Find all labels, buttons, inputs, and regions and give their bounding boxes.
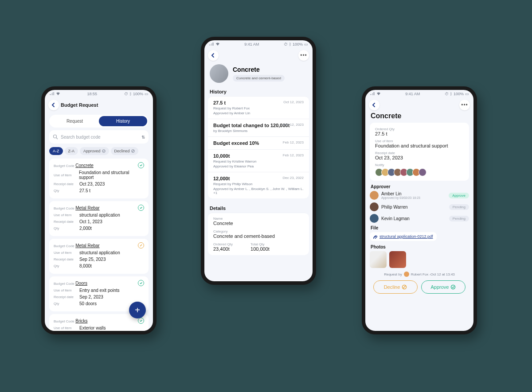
- battery-icon: ▭: [304, 42, 308, 47]
- more-button[interactable]: •••: [298, 50, 309, 61]
- status-bar: ₊ıll 9:41 AM ⏱ᛒ100%▭: [204, 40, 313, 48]
- status-icon: [138, 242, 144, 248]
- qty-label: Qty: [54, 226, 79, 230]
- info-card: Ordered Qty 27.5 t Use of item Foundatio…: [370, 123, 469, 181]
- svg-line-5: [140, 245, 142, 246]
- use-label: Use of item: [375, 139, 464, 143]
- approver-row: Amber Lin Approved by 03/02/23 18:23 App…: [370, 191, 469, 200]
- material-category-chip: Concrete and cement-based: [233, 75, 285, 82]
- filter-icon[interactable]: ⇅: [141, 135, 145, 140]
- history-sub: Approved by Amber L. , Brooklyn S. , Joh…: [213, 187, 304, 195]
- approver-badge: Pending: [449, 204, 469, 210]
- approver-name: Kevin Lagman: [381, 216, 446, 221]
- wifi-icon: [56, 92, 60, 96]
- history-item[interactable]: 12,000tRequest by Philip WilsonApproved …: [208, 172, 309, 198]
- photo-thumbnail[interactable]: [370, 251, 387, 268]
- file-attachment[interactable]: structural application-0212.pdf: [370, 232, 437, 241]
- svg-line-4: [132, 150, 134, 152]
- use-label: Use of item: [54, 173, 79, 177]
- ordered-qty-label: Ordered Qty: [375, 127, 464, 131]
- attachment-icon: [373, 234, 378, 239]
- chip-declined[interactable]: Declined: [111, 147, 138, 155]
- history-date: Feb 12, 2023: [283, 123, 304, 127]
- photos: [370, 251, 469, 268]
- history-date: Feb 12, 2023: [283, 153, 304, 157]
- budget-code-value[interactable]: Metal Rebar: [75, 206, 99, 210]
- more-button[interactable]: •••: [459, 100, 470, 110]
- details-section-title: Details: [204, 204, 313, 213]
- use-label: Use of item: [54, 326, 79, 330]
- approve-button[interactable]: Approve: [421, 280, 466, 294]
- history-sub: Request by Robert Fox: [213, 106, 304, 110]
- budget-item[interactable]: Budget Code Metal Rebar Use of itemstruc…: [49, 201, 149, 236]
- ordered-qty-value: 27.5 t: [375, 131, 464, 136]
- action-buttons: Decline Approve: [370, 280, 469, 294]
- category-value: Concrete and cement-based: [213, 233, 304, 239]
- battery-icon: ▭: [465, 92, 469, 96]
- name-label: Name: [213, 217, 304, 221]
- history-item[interactable]: Budget total changed to 120,000tby Brook…: [208, 119, 309, 136]
- file-section-title: File: [371, 225, 468, 230]
- budget-code-value[interactable]: Doors: [75, 281, 87, 286]
- budget-code-value[interactable]: Bricks: [75, 318, 87, 323]
- requester-avatar: [404, 272, 409, 277]
- approver-meta: Approved by 03/02/23 18:23: [381, 196, 446, 199]
- receipt-label: Receipt date: [54, 182, 79, 186]
- back-button[interactable]: [369, 100, 379, 110]
- chip-za[interactable]: Z-A: [65, 147, 78, 155]
- battery-label: 100%: [293, 42, 303, 47]
- budget-code-label: Budget Code: [54, 282, 74, 286]
- approver-name: Amber Lin: [381, 191, 446, 196]
- tab-request[interactable]: Request: [51, 116, 99, 126]
- budget-code-label: Budget Code: [54, 164, 74, 168]
- history-item[interactable]: Budget exceed 10%Feb 12, 2023: [208, 136, 309, 149]
- receipt-label: Receipt date: [54, 333, 79, 334]
- use-value: Foundation and structural support: [79, 170, 144, 180]
- svg-line-1: [56, 138, 58, 139]
- top-bar: •••: [204, 48, 313, 62]
- budget-code-value[interactable]: Metal Rebar: [75, 243, 99, 248]
- status-icon: [138, 205, 144, 211]
- history-sub: Approved by Eleanor Pea: [213, 164, 304, 168]
- wifi-icon: [215, 43, 220, 46]
- photo-thumbnail[interactable]: [389, 251, 406, 268]
- bluetooth-icon: ᛒ: [450, 92, 452, 96]
- search-input[interactable]: Search budget code ⇅: [49, 130, 149, 144]
- use-value: structural application: [79, 213, 120, 217]
- material-thumbnail: [210, 64, 228, 83]
- decline-button[interactable]: Decline: [373, 280, 418, 294]
- use-value: structural application: [79, 250, 120, 255]
- budget-code-value[interactable]: Concrete: [75, 163, 94, 168]
- history-sub: by Brooklyn Simmons: [213, 129, 304, 133]
- budget-item[interactable]: Budget Code Concrete Use of itemFoundati…: [49, 159, 149, 198]
- budget-item[interactable]: Budget Code Metal Rebar Use of itemstruc…: [49, 239, 149, 274]
- receipt-value: Sep 1, 2023: [79, 332, 103, 334]
- top-bar: Budget Request: [45, 98, 153, 112]
- receipt-value: Oct 1, 2023: [79, 219, 102, 224]
- back-button[interactable]: [208, 50, 219, 61]
- history-sub: Request by Kristine Warron: [213, 159, 304, 163]
- alarm-icon: ⏱: [445, 92, 449, 96]
- approver-badge: Approve: [449, 193, 469, 198]
- signal-icon: ₊ıll: [209, 42, 214, 47]
- clock: 18:55: [87, 92, 97, 96]
- receipt-label: Receipt date: [54, 257, 79, 261]
- alarm-icon: ⏱: [284, 42, 288, 47]
- chip-az[interactable]: A-Z: [49, 147, 63, 155]
- history-item[interactable]: 10,000tRequest by Kristine WarronApprove…: [208, 149, 309, 172]
- budget-code-label: Budget Code: [54, 319, 74, 323]
- back-button[interactable]: [48, 100, 59, 110]
- add-button[interactable]: +: [129, 302, 146, 318]
- svg-point-0: [54, 135, 57, 138]
- signal-icon: ₊ıll: [49, 92, 55, 96]
- tab-history[interactable]: History: [99, 116, 147, 126]
- status-icon: [138, 318, 144, 324]
- history-list: 27.5 tRequest by Robert FoxApproved by A…: [208, 96, 309, 198]
- history-item[interactable]: 27.5 tRequest by Robert FoxApproved by A…: [208, 96, 309, 119]
- chip-approved[interactable]: Approved: [80, 147, 109, 155]
- avatar: [419, 168, 426, 176]
- search-icon: [53, 134, 58, 140]
- bluetooth-icon: ᛒ: [129, 92, 132, 96]
- page-title: Budget Request: [61, 102, 98, 108]
- top-bar: •••: [365, 98, 473, 112]
